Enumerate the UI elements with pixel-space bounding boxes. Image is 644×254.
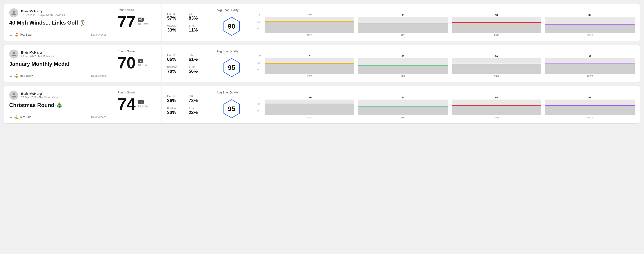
- bar-value: 95: [495, 96, 498, 99]
- score-number: 70: [118, 55, 136, 71]
- card-footer: ☁ ⛳ Tee: Black Data: Arccos: [9, 33, 106, 36]
- bar-fill: [545, 24, 635, 33]
- bar-axis-label: OTT: [307, 34, 312, 36]
- fw-hit-label: FW Hit: [167, 54, 184, 56]
- bag-icon: ⛳: [14, 74, 18, 78]
- bar-group: 86 APP: [358, 55, 448, 78]
- user-meta: 29 Jan 2022 · Mill Ride GCC: [21, 55, 55, 58]
- bar-fill: [545, 106, 635, 115]
- bar-line: [452, 22, 541, 23]
- bar-line: [545, 105, 635, 106]
- stats-section: FW Hit 57% GIR 83% Up/Down 33% 1 Putt 11…: [162, 4, 211, 41]
- bar-line: [264, 63, 354, 64]
- hexagon: 95: [222, 99, 242, 119]
- bar-fill: [358, 106, 448, 115]
- bar-wrapper: [545, 100, 635, 115]
- bar-value: 101: [308, 55, 312, 58]
- score-diff: +5: [138, 17, 144, 22]
- score-diff: +2: [138, 100, 144, 104]
- score-badge: +2 18 Holes: [138, 100, 148, 108]
- bar-line: [358, 23, 448, 23]
- bar-value: 82: [588, 14, 591, 16]
- bar-group: 87 APP: [358, 96, 448, 119]
- user-name: Blair McHarg: [21, 9, 66, 13]
- round-card: Blair McHarg 27 Dec 2021 · The Oxfordshi…: [4, 86, 640, 124]
- score-section: Round Score 70 -2 18 Holes: [112, 45, 162, 82]
- bar-wrapper: [264, 17, 354, 33]
- bar-line: [452, 64, 541, 64]
- card-left: Blair McHarg 12 Feb 2022 · Royal North D…: [4, 4, 112, 41]
- tee-info: ☁ ⛳ Tee: Yellow: [9, 74, 34, 78]
- hexagon-container: 90: [217, 16, 246, 36]
- quality-section: Avg Shot Quality 90: [211, 4, 252, 41]
- quality-section: Avg Shot Quality 95: [211, 86, 252, 124]
- quality-score: 95: [228, 64, 235, 71]
- bar-fill: [264, 22, 354, 33]
- bar-axis-label: APP: [400, 34, 405, 36]
- cloud-icon: ☁: [9, 74, 12, 78]
- cloud-icon: ☁: [9, 115, 12, 119]
- bar-fill: [452, 22, 541, 33]
- round-title: 40 Mph Winds... Links Golf 🏌️: [9, 20, 106, 26]
- user-info: Blair McHarg 12 Feb 2022 · Royal North D…: [21, 9, 66, 17]
- bar-wrapper: [452, 17, 541, 33]
- bar-group: 93 PUTT: [545, 96, 635, 119]
- stats-grid: FW Hit 86% GIR 61% Up/Down 78% 1 Putt 56…: [167, 54, 206, 74]
- bar-wrapper: [358, 17, 448, 33]
- fw-hit-label: FW Hit: [167, 95, 184, 98]
- bar-fill: [358, 23, 448, 33]
- score-section: Round Score 77 +5 18 Holes: [112, 4, 162, 41]
- gir-label: GIR: [189, 12, 206, 15]
- avatar: [9, 8, 18, 17]
- oneputt-stat: 1 Putt 22%: [189, 107, 206, 115]
- updown-label: Up/Down: [167, 24, 184, 27]
- bar-fill: [545, 64, 635, 74]
- bar-value: 110: [308, 96, 312, 99]
- bag-icon: ⛳: [14, 33, 18, 36]
- user-meta: 12 Feb 2022 · Royal North Devon GC: [21, 13, 66, 17]
- oneputt-value: 56%: [189, 69, 206, 74]
- bar-value: 98: [495, 14, 498, 16]
- bar-line: [358, 65, 448, 66]
- tee-label: Tee: Blue: [20, 116, 31, 119]
- person-icon: [11, 51, 16, 57]
- oneputt-stat: 1 Putt 56%: [189, 66, 206, 74]
- oneputt-value: 11%: [189, 27, 206, 33]
- stats-grid: FW Hit 57% GIR 83% Up/Down 33% 1 Putt 11…: [167, 12, 206, 33]
- quality-score: 90: [228, 22, 235, 30]
- bar-axis-label: ARG: [494, 75, 499, 78]
- cloud-icon: ☁: [9, 33, 12, 36]
- round-title: Christmas Round 🎄: [9, 102, 106, 108]
- bar-group: 82 PUTT: [545, 14, 635, 36]
- bar-axis-label: APP: [400, 116, 405, 119]
- bar-group: 107 OTT: [264, 14, 354, 36]
- data-source: Data: Arccos: [91, 116, 106, 119]
- updown-stat: Up/Down 33%: [167, 24, 184, 33]
- tee-info: ☁ ⛳ Tee: Black: [9, 33, 32, 36]
- bar-value: 95: [402, 14, 404, 16]
- data-source: Data: Arccos: [91, 33, 106, 36]
- gir-value: 61%: [189, 57, 206, 62]
- hexagon: 95: [222, 57, 242, 78]
- avatar: [9, 50, 18, 59]
- updown-value: 33%: [167, 27, 184, 33]
- user-info: Blair McHarg 27 Dec 2021 · The Oxfordshi…: [21, 92, 58, 99]
- updown-label: Up/Down: [167, 66, 184, 68]
- card-left: Blair McHarg 27 Dec 2021 · The Oxfordshi…: [4, 86, 112, 124]
- user-info: Blair McHarg 29 Jan 2022 · Mill Ride GCC: [21, 50, 55, 58]
- quality-label: Avg Shot Quality: [217, 8, 246, 12]
- tee-info: ☁ ⛳ Tee: Blue: [9, 115, 31, 119]
- gir-stat: GIR 83%: [189, 12, 206, 21]
- gir-value: 72%: [189, 98, 206, 103]
- bar-fill: [358, 65, 448, 74]
- score-section: Round Score 74 +2 18 Holes: [112, 86, 162, 124]
- round-score-label: Round Score: [118, 91, 156, 94]
- hexagon: 90: [222, 16, 242, 36]
- updown-label: Up/Down: [167, 107, 184, 110]
- fw-hit-stat: FW Hit 57%: [167, 12, 184, 21]
- bar-line: [264, 21, 354, 22]
- bar-value: 96: [495, 55, 498, 58]
- fw-hit-label: FW Hit: [167, 12, 184, 15]
- bar-wrapper: [545, 17, 635, 33]
- avatar: [9, 91, 18, 100]
